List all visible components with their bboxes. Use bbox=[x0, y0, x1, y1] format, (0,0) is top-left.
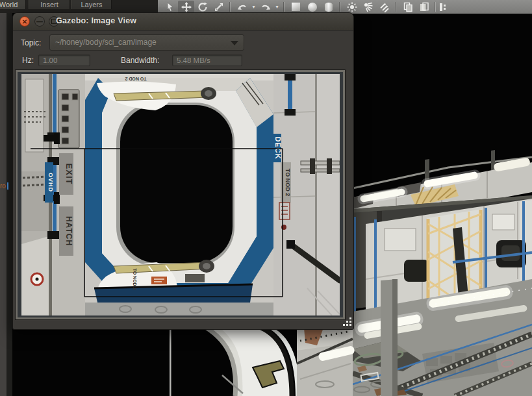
redo-history-icon[interactable]: ▾ bbox=[273, 4, 281, 10]
deck-label: DECK bbox=[274, 136, 282, 159]
directional-light-icon[interactable] bbox=[376, 1, 392, 13]
sphere-shape-icon[interactable] bbox=[304, 1, 320, 13]
redo-icon[interactable] bbox=[257, 1, 273, 13]
switch-panel bbox=[58, 90, 79, 148]
hz-field[interactable]: 1.00 bbox=[38, 55, 90, 66]
select-icon[interactable] bbox=[162, 1, 178, 13]
topic-label: Topic: bbox=[21, 38, 41, 47]
tab-world[interactable]: World bbox=[0, 0, 26, 9]
warning-label bbox=[151, 277, 167, 284]
rotate-icon[interactable] bbox=[194, 1, 210, 13]
box-shape-icon[interactable] bbox=[288, 1, 304, 13]
topic-dropdown[interactable]: ~/honey/body/sci_cam/image bbox=[49, 34, 244, 51]
minimize-icon[interactable]: — bbox=[34, 16, 45, 27]
stowage-bag bbox=[404, 260, 429, 282]
copy-icon[interactable] bbox=[399, 1, 416, 13]
close-icon[interactable]: ✕ bbox=[19, 16, 30, 27]
tab-layers[interactable]: Layers bbox=[71, 0, 112, 9]
to-nod-2-label: TO NOD 2 bbox=[285, 169, 291, 196]
left-panel-strip bbox=[0, 8, 12, 396]
toolbar-separator bbox=[340, 2, 340, 12]
main-toolbar: ▾ ▾ bbox=[158, 0, 532, 14]
undo-history-icon[interactable]: ▾ bbox=[250, 4, 257, 10]
camera-image-frame: OVHD EXIT HATCH bbox=[15, 69, 346, 320]
toolbar-separator bbox=[230, 2, 231, 12]
to-nod-2-bottom-label: TO NOD 2 bbox=[133, 269, 137, 290]
resize-grip[interactable] bbox=[343, 317, 352, 328]
sci-cam-image: OVHD EXIT HATCH bbox=[21, 74, 340, 316]
ovhd-label: OVHD bbox=[47, 173, 54, 192]
undo-icon[interactable] bbox=[234, 1, 250, 13]
to-nod-2-top-label: TO NOD 2 bbox=[125, 77, 146, 81]
point-light-icon[interactable] bbox=[344, 1, 360, 13]
chevron-down-icon bbox=[231, 41, 238, 45]
cylinder-shape-icon[interactable] bbox=[320, 1, 336, 13]
hatch-label: HATCH bbox=[64, 216, 73, 246]
snap-icon[interactable] bbox=[439, 1, 446, 13]
window-titlebar[interactable]: ✕ — Gazebo: Image View bbox=[13, 13, 353, 31]
hz-label: Hz: bbox=[22, 56, 34, 65]
window-title: Gazebo: Image View bbox=[56, 16, 136, 25]
left-panel-clipped-text: ro bbox=[0, 182, 8, 190]
toolbar-separator bbox=[435, 2, 436, 12]
scale-icon[interactable] bbox=[210, 1, 227, 13]
camera-image-canvas: OVHD EXIT HATCH bbox=[18, 72, 343, 317]
translate-icon[interactable] bbox=[178, 1, 194, 13]
panel-tab-bar: World Insert Layers bbox=[0, 0, 158, 13]
topic-value: ~/honey/body/sci_cam/image bbox=[55, 38, 157, 47]
hatch-opening bbox=[120, 105, 233, 263]
toolbar-separator bbox=[396, 2, 396, 12]
bandwidth-label: Bandwidth: bbox=[121, 56, 159, 65]
bandwidth-field[interactable]: 5.48 MB/s bbox=[172, 55, 242, 66]
image-view-window: ✕ — Gazebo: Image View Topic: ~/honey/bo… bbox=[12, 12, 354, 330]
exit-label: EXIT bbox=[64, 164, 74, 185]
tab-insert[interactable]: Insert bbox=[29, 0, 70, 9]
paste-icon[interactable] bbox=[416, 1, 432, 13]
toolbar-separator bbox=[284, 2, 285, 12]
spot-light-icon[interactable] bbox=[360, 1, 376, 13]
